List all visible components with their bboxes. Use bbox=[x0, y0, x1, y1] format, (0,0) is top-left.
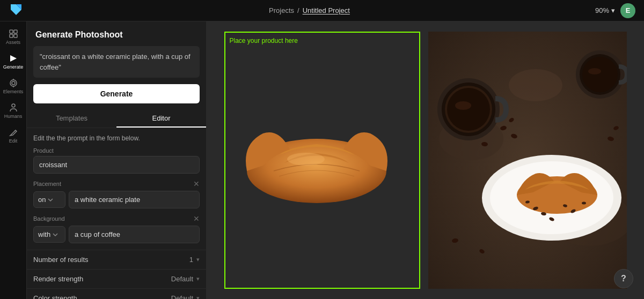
generate-label: Generate bbox=[3, 64, 24, 70]
background-remove-button[interactable]: ✕ bbox=[193, 215, 200, 222]
breadcrumb-current[interactable]: Untitled Project bbox=[303, 6, 350, 14]
topbar: Projects / Untitled Project 90% ▾ E bbox=[0, 0, 644, 21]
number-of-results-value: 1 bbox=[189, 256, 193, 264]
product-field-label: Product bbox=[33, 147, 200, 154]
editor-form: Edit the the prompt in the form below. P… bbox=[27, 134, 206, 250]
svg-point-34 bbox=[582, 57, 618, 92]
left-nav: Assets Generate Elements Humans bbox=[0, 21, 27, 299]
color-strength-right: Default ▾ bbox=[171, 294, 200, 299]
sidebar-item-assets[interactable]: Assets bbox=[2, 26, 25, 48]
render-strength-label: Render strength bbox=[33, 275, 83, 283]
logo[interactable] bbox=[9, 2, 24, 19]
svg-point-35 bbox=[588, 68, 601, 74]
color-strength-chevron-icon: ▾ bbox=[196, 295, 200, 299]
placement-value-input[interactable] bbox=[69, 191, 200, 208]
edit-label: Edit bbox=[9, 138, 18, 144]
background-photo bbox=[428, 32, 627, 289]
svg-point-5 bbox=[12, 81, 15, 85]
color-strength-label: Color strength bbox=[33, 294, 77, 299]
zoom-level: 90% bbox=[595, 6, 609, 14]
number-of-results-label: Number of results bbox=[33, 256, 89, 264]
product-input[interactable] bbox=[33, 156, 200, 174]
render-strength-row[interactable]: Render strength Default ▾ bbox=[27, 269, 206, 288]
tabs: Templates Editor bbox=[27, 110, 206, 128]
generate-button[interactable]: Generate bbox=[33, 84, 200, 103]
background-preposition-select[interactable]: with bbox=[33, 226, 65, 243]
svg-point-31 bbox=[455, 101, 471, 110]
main-layout: Assets Generate Elements Humans bbox=[0, 21, 644, 299]
humans-label: Humans bbox=[4, 114, 23, 119]
sidebar-item-humans[interactable]: Humans bbox=[2, 100, 25, 122]
placement-remove-button[interactable]: ✕ bbox=[193, 180, 200, 188]
tab-editor[interactable]: Editor bbox=[116, 110, 206, 128]
background-group: Background ✕ with bbox=[33, 215, 200, 243]
form-hint: Edit the the prompt in the form below. bbox=[33, 134, 200, 142]
breadcrumb-projects[interactable]: Projects bbox=[269, 6, 294, 14]
help-button[interactable]: ? bbox=[614, 269, 633, 288]
svg-point-12 bbox=[287, 153, 325, 166]
canvas-area[interactable]: Place your product here bbox=[207, 21, 644, 299]
product-zone[interactable]: Place your product here bbox=[224, 32, 420, 289]
prompt-display: "croissant on a white ceramic plate, wit… bbox=[33, 46, 200, 78]
svg-point-6 bbox=[10, 80, 17, 86]
breadcrumb: Projects / Untitled Project bbox=[269, 6, 350, 14]
render-strength-chevron-icon: ▾ bbox=[196, 275, 200, 282]
background-preposition-value: with bbox=[38, 230, 50, 238]
number-of-results-right: 1 ▾ bbox=[189, 256, 200, 264]
placement-preposition-value: on bbox=[38, 196, 46, 204]
color-strength-value: Default bbox=[171, 294, 193, 299]
placement-label: Placement bbox=[33, 181, 61, 187]
panel-title: Generate Photoshoot bbox=[27, 21, 206, 46]
zoom-chevron-icon: ▾ bbox=[611, 6, 615, 14]
number-of-results-chevron-icon: ▾ bbox=[196, 256, 200, 263]
breadcrumb-separator: / bbox=[297, 6, 299, 14]
svg-point-9 bbox=[12, 104, 15, 107]
render-strength-value: Default bbox=[171, 275, 193, 283]
placement-preposition-select[interactable]: on bbox=[33, 191, 65, 208]
render-strength-right: Default ▾ bbox=[171, 275, 200, 283]
background-header: Background ✕ bbox=[33, 215, 200, 222]
background-label: Background bbox=[33, 215, 65, 222]
background-value-input[interactable] bbox=[69, 226, 200, 243]
user-avatar[interactable]: E bbox=[620, 3, 635, 18]
svg-rect-2 bbox=[10, 34, 13, 38]
svg-rect-1 bbox=[14, 30, 17, 33]
number-of-results-row[interactable]: Number of results 1 ▾ bbox=[27, 250, 206, 269]
panel: Generate Photoshoot "croissant on a whit… bbox=[27, 21, 207, 299]
svg-point-25 bbox=[582, 202, 586, 205]
sidebar-item-generate[interactable]: Generate bbox=[2, 50, 25, 73]
elements-label: Elements bbox=[3, 89, 24, 94]
placement-header: Placement ✕ bbox=[33, 180, 200, 188]
bg-svg bbox=[428, 32, 627, 289]
zoom-control[interactable]: 90% ▾ bbox=[595, 6, 615, 14]
croissant-image bbox=[236, 101, 397, 219]
assets-label: Assets bbox=[6, 40, 20, 45]
svg-marker-4 bbox=[10, 55, 17, 62]
sidebar-item-edit[interactable]: Edit bbox=[2, 124, 25, 147]
image-container: Place your product here bbox=[224, 32, 627, 289]
background-row: with bbox=[33, 226, 200, 243]
svg-rect-3 bbox=[14, 34, 17, 38]
tab-templates[interactable]: Templates bbox=[27, 110, 116, 128]
svg-point-30 bbox=[447, 88, 490, 131]
svg-point-16 bbox=[509, 69, 562, 101]
sidebar-item-elements[interactable]: Elements bbox=[2, 75, 25, 98]
placement-group: Placement ✕ on bbox=[33, 180, 200, 208]
svg-line-10 bbox=[14, 130, 16, 131]
place-label: Place your product here bbox=[230, 37, 298, 44]
color-strength-row[interactable]: Color strength Default ▾ bbox=[27, 288, 206, 299]
topbar-right: 90% ▾ E bbox=[595, 3, 635, 18]
svg-rect-0 bbox=[10, 30, 13, 33]
placement-row: on bbox=[33, 191, 200, 208]
